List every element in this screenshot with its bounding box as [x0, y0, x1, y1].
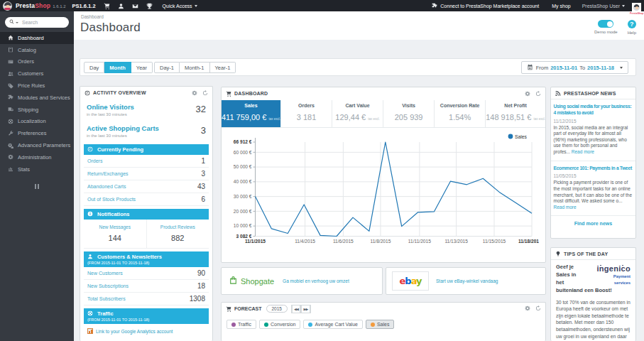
range-button-day-1[interactable]: Day-1: [154, 62, 180, 73]
sidebar-item-shipping[interactable]: Shipping: [0, 104, 74, 116]
sales-line-chart[interactable]: 66 912 €60 000 €50 000 €40 000 €30 000 €…: [222, 131, 545, 248]
range-button-day[interactable]: Day: [84, 62, 104, 73]
sidebar-collapse-button[interactable]: [0, 184, 74, 190]
search-scope-caret-icon[interactable]: [16, 22, 18, 23]
forecast-refresh-icon[interactable]: [535, 305, 541, 313]
activity-row-label[interactable]: Out of Stock Products: [87, 197, 136, 202]
sidebar-item-catalog[interactable]: Catalog: [0, 44, 74, 56]
notifications-section-header: Notifications: [84, 209, 209, 220]
svg-text:10 000 €: 10 000 €: [234, 223, 252, 228]
forecast-prev-button[interactable]: ◀◀: [291, 305, 301, 313]
breadcrumb: Dashboard: [81, 14, 104, 19]
range-button-month[interactable]: Month: [104, 62, 131, 73]
range-button-year[interactable]: Year: [131, 62, 153, 73]
kpi-orders[interactable]: Orders3 181: [280, 100, 332, 127]
activity-row-label[interactable]: New Customers: [87, 271, 123, 276]
notification-label[interactable]: New Messages: [85, 224, 145, 229]
ingenico-logo: ingenico Paymentservices: [586, 264, 631, 286]
activity-stat: Active Shopping Cartsin the last 30 minu…: [80, 120, 212, 141]
sidebar-item-localization[interactable]: Localization: [0, 116, 74, 128]
kpi-net-profit[interactable]: Net Profit148 918,51 € tax excl.: [485, 100, 545, 127]
forecast-settings-icon[interactable]: [525, 305, 530, 313]
kpi-cart-value[interactable]: Cart Value129,44 € tax excl.: [332, 100, 383, 127]
activity-stat-sub: in the last 30 minutes: [87, 134, 206, 138]
google-analytics-link[interactable]: Link to your Google Analytics account: [96, 329, 173, 334]
help-button[interactable]: ?: [628, 20, 636, 28]
svg-text:11/8/2015: 11/8/2015: [371, 239, 391, 244]
sidebar-item-modules-and-services[interactable]: Modules and Services: [0, 92, 74, 104]
my-shop-link[interactable]: My shop: [552, 4, 570, 9]
activity-stat-link[interactable]: Online Visitors: [87, 103, 206, 111]
activity-refresh-icon[interactable]: [202, 90, 208, 96]
range-button-month-1[interactable]: Month-1: [180, 62, 210, 73]
find-more-news-link[interactable]: Find more news: [551, 216, 635, 230]
activity-row-label[interactable]: Return/Exchanges: [87, 171, 129, 176]
kpi-sales[interactable]: Sales411 759,00 € tax excl.: [222, 100, 280, 127]
person-icon[interactable]: [118, 3, 124, 9]
search-input[interactable]: [22, 20, 63, 25]
traffic-globe-icon: [87, 310, 93, 316]
forecast-next-button[interactable]: ▶▶: [301, 305, 311, 313]
shop-name[interactable]: PS1.6.1.2: [72, 3, 96, 9]
tips-panel: TIPS OF THE DAY ingenico Paymentservices…: [550, 247, 636, 341]
demo-mode-toggle[interactable]: [598, 20, 613, 28]
activity-row-label[interactable]: Orders: [87, 158, 102, 163]
shopgate-link[interactable]: Ga mobiel en verhoog uw omzet: [283, 278, 349, 283]
range-button-year-1[interactable]: Year-1: [210, 62, 236, 73]
activity-stat-link[interactable]: Active Shopping Carts: [87, 124, 206, 132]
cart-icon[interactable]: [104, 3, 110, 9]
sidebar-item-advanced-parameters[interactable]: Advanced Parameters: [0, 139, 74, 151]
sidebar-item-customers[interactable]: Customers: [0, 67, 74, 80]
activity-row-label[interactable]: New Subscriptions: [87, 283, 129, 288]
date-filter-button[interactable]: From2015-11-01 To2015-11-18: [521, 61, 628, 74]
svg-text:30 000 €: 30 000 €: [234, 194, 252, 199]
dashboard-settings-icon[interactable]: [525, 91, 530, 97]
prestashop-logo-icon[interactable]: [3, 1, 12, 11]
activity-row: Abandoned Carts43: [84, 180, 209, 193]
forecast-legend-average-cart-value[interactable]: Average Cart Value: [303, 320, 362, 329]
svg-text:11/6/2015: 11/6/2015: [333, 239, 354, 244]
kpi-conversion-rate[interactable]: Conversion Rate1.54%: [434, 100, 485, 127]
page-title: Dashboard: [80, 21, 141, 35]
news-item-title[interactable]: Ecommerce 101: Payments in a Tweet: [554, 166, 634, 172]
kpi-visits[interactable]: Visits205 939: [383, 100, 434, 127]
read-more-link[interactable]: Read more: [572, 149, 594, 154]
sidebar-item-dashboard[interactable]: Dashboard: [0, 32, 74, 44]
shopgate-logo: Shopgate: [229, 276, 274, 286]
activity-settings-icon[interactable]: [192, 90, 197, 96]
notification-label[interactable]: Product Reviews: [148, 224, 208, 229]
sidebar-search[interactable]: [5, 17, 69, 28]
svg-text:40 000 €: 40 000 €: [234, 179, 252, 184]
svg-text:11/15/2015: 11/15/2015: [483, 239, 506, 244]
avatar[interactable]: PrestaShop: [632, 3, 641, 12]
svg-text:3 082 €: 3 082 €: [236, 234, 252, 239]
activity-overview-panel: ACTIVITY OVERVIEW Online Visitorsin the …: [80, 86, 213, 341]
read-more-link[interactable]: Read more: [554, 205, 577, 210]
gear-icon: [7, 154, 13, 161]
sidebar-item-administration[interactable]: Administration: [0, 151, 74, 163]
activity-clock-icon: [84, 90, 90, 96]
svg-text:50 000 €: 50 000 €: [234, 164, 252, 169]
activity-row-label[interactable]: Abandoned Carts: [87, 184, 126, 189]
envelope-icon[interactable]: [132, 3, 138, 9]
activity-row-label[interactable]: Total Subscribers: [87, 296, 126, 301]
svg-text:11/4/2015: 11/4/2015: [295, 239, 315, 244]
sidebar-item-price-rules[interactable]: Price Rules: [0, 80, 74, 92]
forecast-legend-traffic[interactable]: Traffic: [227, 320, 256, 329]
trophy-icon[interactable]: [146, 3, 153, 9]
user-menu[interactable]: PrestaShop User: [582, 4, 625, 9]
quick-access-menu[interactable]: Quick Access: [163, 4, 197, 9]
sidebar-item-orders[interactable]: Orders: [0, 56, 74, 68]
ebay-link[interactable]: Start uw eBay-winkel vandaag: [436, 278, 498, 283]
kpi-row: Sales411 759,00 € tax excl.Orders3 181Ca…: [222, 100, 545, 128]
forecast-legend-conversion[interactable]: Conversion: [259, 320, 300, 329]
marketplace-link[interactable]: Connect to PrestaShop Marketplace accoun…: [440, 4, 539, 9]
dashboard-refresh-icon[interactable]: [535, 91, 541, 97]
sidebar-item-preferences[interactable]: Preferences: [0, 127, 74, 139]
activity-stat: Online Visitorsin the last 30 minutes32: [80, 99, 212, 120]
sidebar-item-stats[interactable]: Stats: [0, 163, 74, 175]
news-item-title[interactable]: Using social media for your business: 4 …: [554, 104, 634, 117]
forecast-legend-sales[interactable]: Sales: [366, 320, 395, 329]
sidebar-item-label: Price Rules: [18, 82, 45, 89]
activity-row-value: 1: [201, 157, 205, 165]
